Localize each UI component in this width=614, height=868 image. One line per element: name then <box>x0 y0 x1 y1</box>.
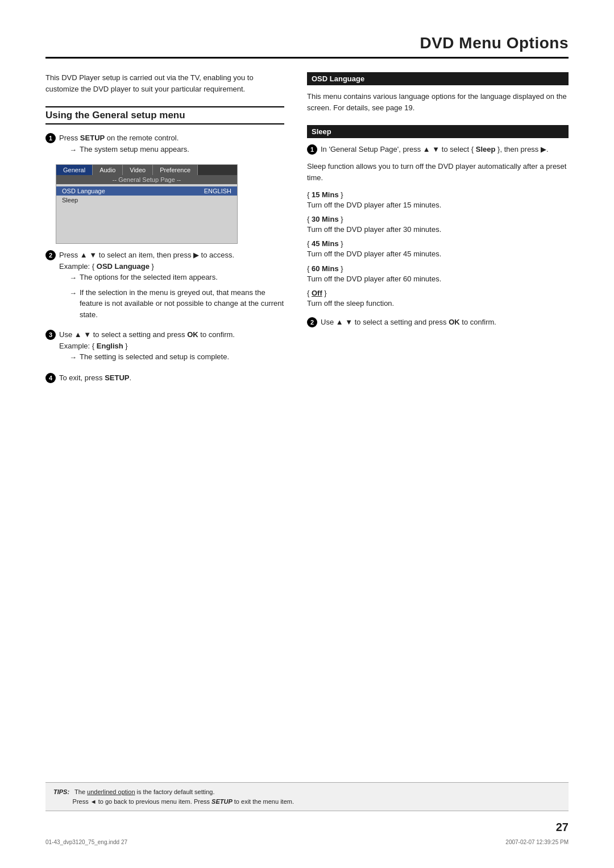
step-1-arrow: → The system setup menu appears. <box>69 144 189 156</box>
step-2-example-bold: OSD Language <box>97 262 150 271</box>
step-3-arrow: → The setting is selected and setup is c… <box>69 351 235 363</box>
step-4-content: To exit, press SETUP. <box>59 372 131 384</box>
tips-underline-text: underlined option <box>87 788 135 795</box>
sleep-option-30: { 30 Mins } Turn off the DVD player afte… <box>307 215 569 235</box>
arrow-symbol-2a: → <box>69 272 77 284</box>
sleep-option-60-title: { 60 Mins } <box>307 264 569 273</box>
step-4: 4 To exit, press SETUP. <box>45 372 284 384</box>
sleep-option-30-title: { 30 Mins } <box>307 215 569 223</box>
sleep-option-off-title: { Off } <box>307 289 569 297</box>
tips-setup-bold: SETUP <box>211 798 233 805</box>
step-3: 3 Use ▲ ▼ to select a setting and press … <box>45 329 284 367</box>
menu-rows: OSD Language ENGLISH Sleep <box>56 184 237 243</box>
sleep-label: Sleep <box>62 197 78 203</box>
footer-left: 01-43_dvp3120_75_eng.indd 27 <box>45 839 127 845</box>
step-4-number: 4 <box>45 373 56 383</box>
menu-tab-general: General <box>56 165 93 175</box>
sleep-option-off: { Off } Turn off the sleep function. <box>307 289 569 309</box>
osd-section-header: OSD Language <box>307 72 569 85</box>
step-2-arrow1: → The options for the selected item appe… <box>69 272 284 284</box>
tips-label: TIPS: <box>53 788 69 795</box>
sleep-step-1-number: 1 <box>307 144 317 155</box>
sleep-option-30-desc: Turn off the DVD player after 30 minutes… <box>307 225 569 235</box>
sleep-45-bold: 45 Mins <box>312 239 339 248</box>
sleep-desc-text: Sleep function allows you to turn off th… <box>307 161 569 184</box>
sleep-option-45-desc: Turn off the DVD player after 45 minutes… <box>307 249 569 259</box>
sleep-option-15-desc: Turn off the DVD player after 15 minutes… <box>307 200 569 210</box>
sleep-step-2: 2 Use ▲ ▼ to select a setting and press … <box>307 317 569 328</box>
step-3-number: 3 <box>45 330 56 340</box>
step-3-example-bold: English <box>97 342 123 350</box>
footer-right: 2007-02-07 12:39:25 PM <box>505 839 569 845</box>
sleep-section-header: Sleep <box>307 125 569 138</box>
page-number: 27 <box>556 821 569 834</box>
menu-tab-video: Video <box>123 165 153 175</box>
menu-row-empty3 <box>56 223 237 232</box>
menu-row-empty1 <box>56 205 237 214</box>
step-3-arrow-text: The setting is selected and setup is com… <box>80 351 229 363</box>
step-3-ok: OK <box>187 330 198 339</box>
sleep-option-15: { 15 Mins } Turn off the DVD player afte… <box>307 190 569 210</box>
menu-row-empty2 <box>56 214 237 223</box>
sleep-off-bold: Off <box>312 289 322 297</box>
menu-tab-audio: Audio <box>93 165 123 175</box>
step-2-content: Press ▲ ▼ to select an item, then press … <box>59 250 284 323</box>
step-4-setup: SETUP <box>105 373 129 382</box>
osd-value: ENGLISH <box>204 188 231 194</box>
menu-subtitle: -- General Setup Page -- <box>56 175 237 184</box>
sleep-step-1-content: In 'General Setup Page', press ▲ ▼ to se… <box>321 144 549 155</box>
step-1-content: Press SETUP on the remote control. → The… <box>59 132 189 159</box>
menu-tabs: General Audio Video Preference <box>56 165 237 175</box>
sleep-step-1: 1 In 'General Setup Page', press ▲ ▼ to … <box>307 144 569 155</box>
section-heading: Using the General setup menu <box>45 106 284 124</box>
tips-box: TIPS: The underlined option is the facto… <box>45 782 569 811</box>
menu-row-empty4 <box>56 232 237 241</box>
step-2-arrow2-text: If the selection in the menu is greyed o… <box>80 287 284 321</box>
step-2-arrow2: → If the selection in the menu is greyed… <box>69 287 284 321</box>
sleep-15-bold: 15 Mins <box>312 190 339 199</box>
step-2-number: 2 <box>45 250 56 260</box>
osd-label: OSD Language <box>62 188 105 194</box>
osd-section-text: This menu contains various language opti… <box>307 91 569 114</box>
menu-row-osd: OSD Language ENGLISH <box>56 186 237 196</box>
sleep-30-bold: 30 Mins <box>312 215 339 223</box>
right-column: OSD Language This menu contains various … <box>307 72 569 389</box>
sleep-option-45: { 45 Mins } Turn off the DVD player afte… <box>307 239 569 259</box>
sleep-step-2-content: Use ▲ ▼ to select a setting and press OK… <box>321 317 496 328</box>
sleep-60-bold: 60 Mins <box>312 264 339 273</box>
step-1: 1 Press SETUP on the remote control. → T… <box>45 132 284 159</box>
sleep-step-2-number: 2 <box>307 317 317 327</box>
left-column: This DVD Player setup is carried out via… <box>45 72 284 389</box>
step-3-content: Use ▲ ▼ to select a setting and press OK… <box>59 329 235 367</box>
sleep-option-off-desc: Turn off the sleep function. <box>307 298 569 309</box>
step-1-number: 1 <box>45 133 56 143</box>
step-1-arrow-text: The system setup menu appears. <box>80 144 189 155</box>
menu-row-sleep: Sleep <box>56 196 237 205</box>
sleep-option-15-title: { 15 Mins } <box>307 190 569 199</box>
sleep-step-2-ok: OK <box>449 318 460 326</box>
sleep-step-1-bold: Sleep <box>476 145 496 153</box>
step-1-bold: SETUP <box>80 134 105 142</box>
intro-text: This DVD Player setup is carried out via… <box>45 72 284 95</box>
step-2-arrow1-text: The options for the selected item appear… <box>80 272 218 283</box>
page-title: DVD Menu Options <box>45 34 569 59</box>
arrow-symbol-2b: → <box>69 288 77 299</box>
sleep-option-45-title: { 45 Mins } <box>307 239 569 248</box>
arrow-symbol-1: → <box>69 144 77 156</box>
step-2: 2 Press ▲ ▼ to select an item, then pres… <box>45 250 284 323</box>
arrow-symbol-3: → <box>69 352 77 363</box>
setup-menu-screenshot: General Audio Video Preference -- Genera… <box>56 164 238 244</box>
sleep-off-underline: Off <box>312 289 322 297</box>
sleep-option-60: { 60 Mins } Turn off the DVD player afte… <box>307 264 569 284</box>
sleep-option-60-desc: Turn off the DVD player after 60 minutes… <box>307 274 569 284</box>
menu-tab-preference: Preference <box>153 165 198 175</box>
